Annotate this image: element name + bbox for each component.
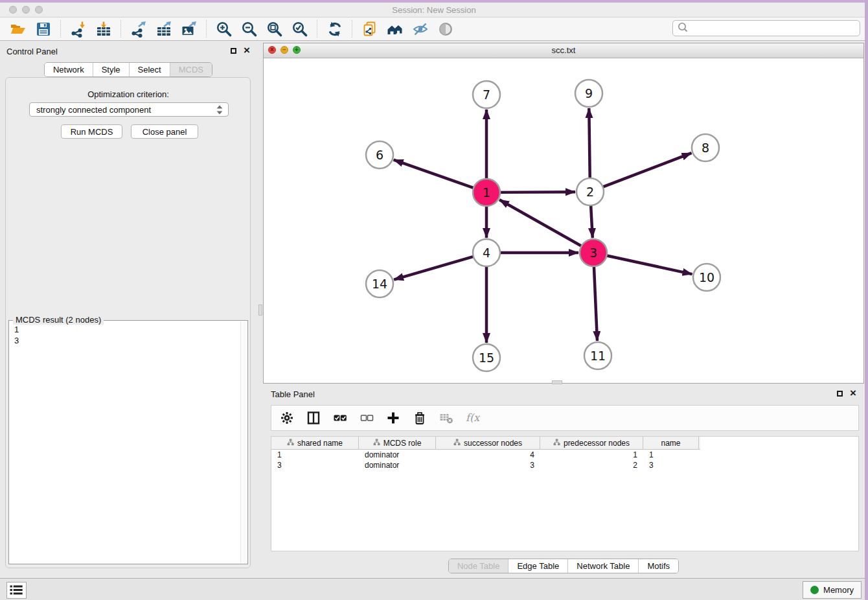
table-tabs-row: Node TableEdge TableNetwork TableMotifs <box>263 559 864 573</box>
home-button[interactable] <box>384 19 405 39</box>
network-window-titlebar[interactable]: × − + scc.txt <box>264 43 863 58</box>
task-history-button[interactable] <box>6 582 27 599</box>
open-session-button[interactable] <box>7 19 29 39</box>
zoom-selected-button[interactable] <box>289 19 310 39</box>
show-columns-button[interactable] <box>305 410 322 426</box>
tab-node-table[interactable]: Node Table <box>449 559 508 573</box>
clone-network-button[interactable] <box>359 19 380 39</box>
column-header-predecessor-nodes[interactable]: predecessor nodes <box>540 437 643 450</box>
import-network-button[interactable] <box>67 19 89 39</box>
close-panel-icon[interactable]: × <box>244 47 250 54</box>
table-cell[interactable]: dominator <box>359 450 436 459</box>
edge-3-1[interactable] <box>499 200 582 246</box>
search-input[interactable] <box>688 22 860 35</box>
export-table-button[interactable] <box>153 19 174 39</box>
function-builder-button[interactable]: f(x) <box>464 410 481 426</box>
table-row[interactable]: 1dominator411 <box>271 450 858 460</box>
node-6[interactable]: 6 <box>366 141 393 168</box>
table-cell[interactable]: 2 <box>540 461 643 470</box>
tree-sort-icon <box>553 439 560 448</box>
tree-sort-icon <box>373 439 380 448</box>
node-2[interactable]: 2 <box>577 178 604 205</box>
tab-mcds[interactable]: MCDS <box>170 63 212 76</box>
edge-1-6[interactable] <box>394 160 474 189</box>
edge-2-8[interactable] <box>602 153 692 187</box>
column-header-name[interactable]: name <box>643 437 699 450</box>
table-cell[interactable]: 3 <box>643 461 699 470</box>
settings-button[interactable] <box>279 410 295 426</box>
select-all-button[interactable] <box>332 410 348 426</box>
edge-2-9[interactable] <box>589 108 589 179</box>
table-cell[interactable]: 1 <box>540 450 643 459</box>
table-cell[interactable]: dominator <box>359 461 436 470</box>
splitter-handle-vertical[interactable] <box>258 305 262 316</box>
svg-text:9: 9 <box>585 86 593 100</box>
hide-graphics-details-button[interactable] <box>409 19 431 39</box>
delete-row-button[interactable] <box>411 410 428 426</box>
node-3[interactable]: 3 <box>580 239 607 266</box>
node-11[interactable]: 11 <box>584 342 611 369</box>
network-view-window: × − + scc.txt 7968124314101511 <box>263 43 864 384</box>
app-title: Session: New Session <box>0 5 868 15</box>
delete-table-button[interactable] <box>438 410 455 426</box>
tab-network-table[interactable]: Network Table <box>567 559 638 573</box>
edge-4-14[interactable] <box>394 257 474 280</box>
zoom-out-button[interactable] <box>238 19 260 39</box>
open-session-icon <box>10 21 27 38</box>
column-header-MCDS-role[interactable]: MCDS role <box>359 437 436 450</box>
import-table-button[interactable] <box>93 19 114 39</box>
table-cell[interactable]: 3 <box>271 461 359 470</box>
edge-2-3[interactable] <box>591 205 593 238</box>
float-panel-icon[interactable] <box>231 48 236 54</box>
table-panel: Table Panel × f(x) shared nameMCDS roles… <box>263 386 864 578</box>
node-8[interactable]: 8 <box>692 134 719 161</box>
tab-network[interactable]: Network <box>45 63 93 76</box>
node-15[interactable]: 15 <box>473 344 500 371</box>
node-14[interactable]: 14 <box>366 270 393 297</box>
node-9[interactable]: 9 <box>575 80 602 107</box>
edge-3-10[interactable] <box>606 255 692 274</box>
edge-3-11[interactable] <box>594 266 597 341</box>
splitter-handle-horizontal[interactable] <box>552 380 562 384</box>
node-1[interactable]: 1 <box>473 179 500 206</box>
refresh-button[interactable] <box>324 19 345 39</box>
node-10[interactable]: 10 <box>693 264 720 291</box>
tab-select[interactable]: Select <box>129 63 170 76</box>
run-mcds-button[interactable]: Run MCDS <box>61 124 122 139</box>
mcds-result-text[interactable]: 13 <box>9 321 241 564</box>
tab-edge-table[interactable]: Edge Table <box>508 559 567 573</box>
svg-text:3: 3 <box>589 246 597 260</box>
close-table-panel-icon[interactable]: × <box>850 390 856 397</box>
table-cell[interactable]: 1 <box>271 450 359 459</box>
mcds-result-scrollbar[interactable] <box>240 321 247 563</box>
node-4[interactable]: 4 <box>473 239 500 266</box>
import-network-icon <box>70 21 87 38</box>
table-cell[interactable]: 3 <box>436 461 540 470</box>
toolbar-separator <box>60 20 61 38</box>
memory-button[interactable]: Memory <box>803 581 862 599</box>
save-session-button[interactable] <box>32 19 54 39</box>
export-image-button[interactable] <box>178 19 200 39</box>
zoom-in-button[interactable] <box>213 19 234 39</box>
edge-1-2[interactable] <box>499 192 575 192</box>
export-network-icon <box>130 21 147 38</box>
table-cell[interactable]: 1 <box>643 450 699 459</box>
add-row-button[interactable] <box>385 410 402 426</box>
tab-style[interactable]: Style <box>93 63 129 76</box>
table-cell[interactable]: 4 <box>436 450 540 459</box>
network-canvas[interactable]: 7968124314101511 <box>264 58 863 383</box>
close-panel-button[interactable]: Close panel <box>131 124 198 139</box>
tab-motifs[interactable]: Motifs <box>638 559 678 573</box>
zoom-fit-button[interactable] <box>264 19 285 39</box>
column-header-shared-name[interactable]: shared name <box>271 437 359 450</box>
search-box[interactable] <box>672 20 860 36</box>
column-header-successor-nodes[interactable]: successor nodes <box>436 437 540 450</box>
export-network-button[interactable] <box>128 19 149 39</box>
svg-text:14: 14 <box>372 277 387 291</box>
node-7[interactable]: 7 <box>473 81 500 108</box>
show-graphics-details-button[interactable] <box>435 19 456 39</box>
criterion-dropdown[interactable]: strongly connected component <box>29 102 229 117</box>
unselect-all-button[interactable] <box>358 410 375 426</box>
float-table-panel-icon[interactable] <box>837 391 843 397</box>
table-row[interactable]: 3dominator323 <box>271 460 858 470</box>
